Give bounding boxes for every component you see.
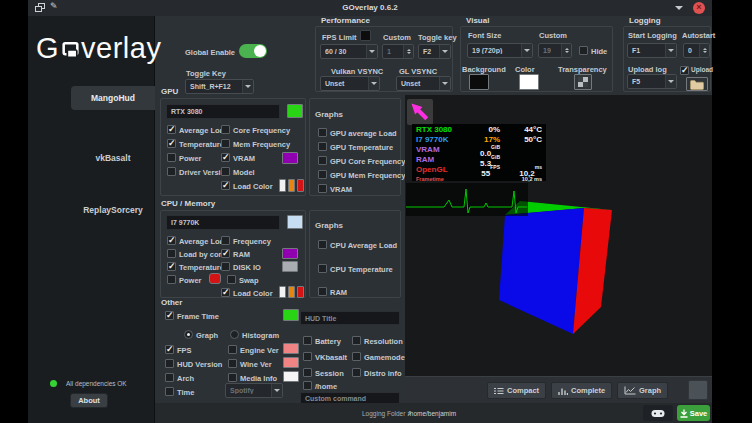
- media-info-checkbox[interactable]: [228, 373, 237, 382]
- hud-ram-label: RAM: [416, 155, 468, 165]
- cpu-average-load-checkbox[interactable]: [167, 236, 176, 245]
- cpu-load-color-mid-swatch[interactable]: [288, 286, 295, 298]
- hud-version-checkbox[interactable]: [165, 359, 174, 368]
- cpu-power-color-swatch[interactable]: [209, 273, 221, 284]
- gamepad-button[interactable]: [643, 405, 673, 421]
- swap-checkbox[interactable]: [227, 275, 236, 284]
- start-logging-select[interactable]: F1: [627, 43, 677, 58]
- gpu-load-color-mid-swatch[interactable]: [288, 179, 295, 192]
- cpu-temperature-checkbox[interactable]: [167, 262, 176, 271]
- hud-title-input[interactable]: HUD Title: [300, 311, 400, 325]
- battery-checkbox[interactable]: [303, 336, 312, 345]
- gpu-temperature-checkbox[interactable]: [167, 139, 176, 148]
- config-area: GPU RTX 3080 Average Load Core Frequency…: [155, 85, 405, 403]
- resolution-checkbox[interactable]: [352, 336, 361, 345]
- about-button[interactable]: About: [70, 393, 108, 408]
- arch-checkbox[interactable]: [165, 373, 174, 382]
- fps-custom-label: Custom: [383, 33, 411, 42]
- frame-time-checkbox[interactable]: [165, 311, 174, 320]
- cpu-load-color-high-swatch[interactable]: [297, 286, 304, 298]
- ram-color-swatch[interactable]: [282, 248, 298, 259]
- upload-checkbox[interactable]: [680, 66, 689, 75]
- close-button[interactable]: ×: [693, 2, 705, 14]
- engine-ver-color-swatch[interactable]: [283, 343, 299, 354]
- upload-folder-button[interactable]: [686, 77, 708, 91]
- preview-corner-button[interactable]: [688, 380, 708, 400]
- graph-vram-checkbox[interactable]: [318, 184, 327, 193]
- spinner-arrows-icon[interactable]: [403, 45, 413, 58]
- gpu-name-input[interactable]: RTX 3080: [166, 104, 280, 119]
- disk-io-checkbox[interactable]: [221, 262, 230, 271]
- graph-ram-checkbox[interactable]: [318, 287, 327, 296]
- media-player-select[interactable]: Spotify: [225, 383, 283, 398]
- graph-preset-button[interactable]: Graph: [617, 382, 668, 399]
- home-checkbox[interactable]: [303, 381, 312, 390]
- graph-gpu-temperature-checkbox[interactable]: [318, 142, 327, 151]
- gpu-core-frequency-checkbox[interactable]: [221, 125, 230, 134]
- toggle-key-label: Toggle Key: [186, 69, 226, 78]
- fps-limit-checkbox[interactable]: [360, 30, 371, 41]
- vkbasalt-checkbox[interactable]: [303, 352, 312, 361]
- wine-ver-checkbox[interactable]: [228, 359, 237, 368]
- gamemode-checkbox[interactable]: [352, 352, 361, 361]
- gpu-average-load-checkbox[interactable]: [167, 125, 176, 134]
- sidebar-tab-replaysorcery[interactable]: ReplaySorcery: [71, 198, 155, 222]
- cpu-power-checkbox[interactable]: [167, 275, 176, 284]
- gpu-vram-color-swatch[interactable]: [282, 152, 298, 164]
- ram-checkbox[interactable]: [221, 249, 230, 258]
- cpu-load-color-low-swatch[interactable]: [279, 286, 286, 298]
- logging-folder-path[interactable]: /home/benjamim: [408, 410, 456, 417]
- disk-io-color-swatch[interactable]: [282, 261, 298, 272]
- gpu-model-checkbox[interactable]: [221, 167, 230, 176]
- spinner-arrows-icon[interactable]: [699, 44, 709, 57]
- cpu-color-swatch[interactable]: [287, 215, 303, 229]
- background-color-swatch[interactable]: [469, 74, 489, 90]
- cpu-name-input[interactable]: I7 9770K: [166, 215, 280, 230]
- graph-gpu-core-frequency-checkbox[interactable]: [318, 156, 327, 165]
- perf-toggle-key-select[interactable]: F2: [418, 44, 451, 59]
- graph-cpu-temperature-checkbox[interactable]: [318, 264, 327, 273]
- engine-ver-checkbox[interactable]: [228, 345, 237, 354]
- fps-checkbox[interactable]: [165, 345, 174, 354]
- fps-limit-select[interactable]: 60 / 30: [320, 44, 378, 59]
- gpu-color-swatch[interactable]: [287, 104, 303, 118]
- graph-gpu-average-load-checkbox[interactable]: [318, 128, 327, 137]
- histogram-radio[interactable]: [230, 330, 239, 339]
- distro-info-checkbox[interactable]: [352, 368, 361, 377]
- autostart-spinner[interactable]: 0: [683, 43, 710, 58]
- sidebar-tab-mangohud[interactable]: MangoHud: [71, 86, 155, 110]
- sidebar-tab-vkbasalt[interactable]: vkBasalt: [71, 146, 155, 170]
- media-info-color-swatch[interactable]: [283, 371, 299, 382]
- graph-gpu-mem-frequency-checkbox[interactable]: [318, 170, 327, 179]
- spinner-arrows-icon[interactable]: [561, 44, 571, 57]
- gpu-load-color-checkbox[interactable]: [221, 181, 230, 190]
- gpu-load-color-low-swatch[interactable]: [279, 179, 286, 192]
- gpu-mem-frequency-checkbox[interactable]: [221, 139, 230, 148]
- font-custom-spinner[interactable]: 19: [538, 43, 572, 58]
- wine-ver-color-swatch[interactable]: [283, 357, 299, 368]
- session-checkbox[interactable]: [303, 368, 312, 377]
- frame-time-color-swatch[interactable]: [283, 309, 299, 321]
- gpu-power-checkbox[interactable]: [167, 153, 176, 162]
- gpu-vram-checkbox[interactable]: [221, 153, 230, 162]
- hide-checkbox[interactable]: [579, 46, 588, 55]
- transparency-button[interactable]: [574, 74, 592, 90]
- text-color-swatch[interactable]: [519, 74, 539, 90]
- time-checkbox[interactable]: [165, 387, 174, 396]
- fps-custom-spinner[interactable]: 1: [382, 44, 414, 59]
- cpu-load-by-core-checkbox[interactable]: [167, 249, 176, 258]
- compact-preset-button[interactable]: Compact: [487, 382, 546, 399]
- graph-cpu-average-load-checkbox[interactable]: [318, 240, 327, 249]
- cpu-frequency-checkbox[interactable]: [221, 236, 230, 245]
- complete-preset-button[interactable]: Complete: [551, 382, 612, 399]
- gpu-load-color-high-swatch[interactable]: [297, 179, 304, 192]
- cpu-load-color-checkbox[interactable]: [221, 288, 230, 297]
- hud-vram-label: VRAM: [416, 145, 468, 155]
- shade-window-icon[interactable]: [675, 6, 683, 14]
- global-enable-toggle[interactable]: [239, 44, 267, 58]
- upload-log-select[interactable]: F5: [627, 74, 677, 89]
- save-button[interactable]: Save: [677, 405, 710, 421]
- font-size-select[interactable]: 19 (720p): [467, 43, 533, 58]
- gpu-driver-version-checkbox[interactable]: [167, 167, 176, 176]
- graph-radio[interactable]: [184, 330, 193, 339]
